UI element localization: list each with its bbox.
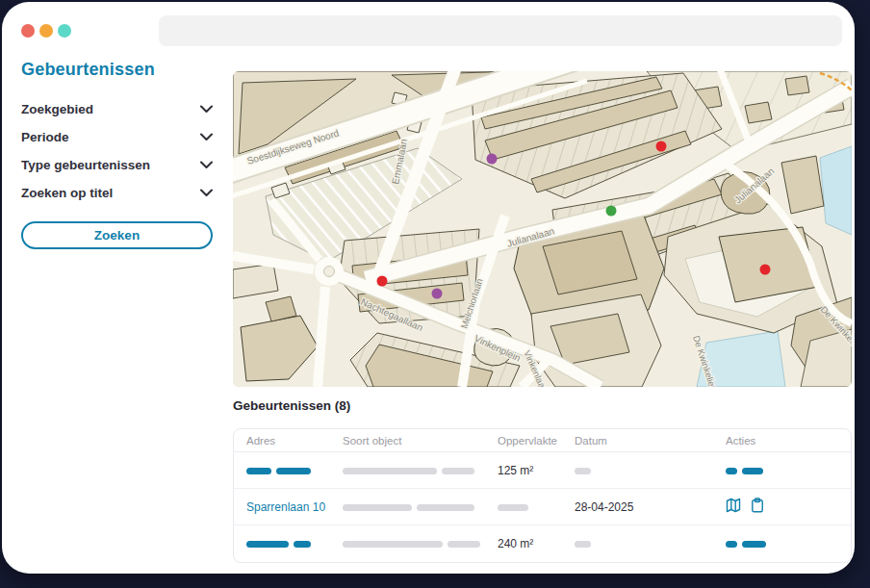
skeleton-pill xyxy=(726,468,737,474)
map-marker[interactable] xyxy=(377,276,388,287)
chevron-down-icon xyxy=(200,189,213,197)
column-header-datum: Datum xyxy=(575,435,726,447)
close-button[interactable] xyxy=(21,24,35,38)
accordion-label: Periode xyxy=(21,130,69,144)
cell-adres xyxy=(246,537,343,550)
table-body: 125 m²Sparrenlaan 1028-04-2025240 m² xyxy=(234,452,851,562)
results-heading: Gebeurtenissen (8) xyxy=(233,398,350,413)
skeleton-pill xyxy=(448,541,480,548)
skeleton-pill xyxy=(726,541,737,548)
cell-acties xyxy=(726,498,851,516)
column-header-soort-object: Soort object xyxy=(343,435,498,447)
chevron-down-icon xyxy=(200,161,213,169)
table-header: Adres Soort object Oppervlakte Datum Act… xyxy=(234,429,851,452)
chevron-down-icon xyxy=(200,133,213,141)
skeleton-pill xyxy=(742,541,766,548)
accordion-periode[interactable]: Periode xyxy=(21,123,213,151)
column-header-acties: Acties xyxy=(726,435,851,447)
results-table: Adres Soort object Oppervlakte Datum Act… xyxy=(233,428,852,563)
accordion-zoeken-op-titel[interactable]: Zoeken op titel xyxy=(21,179,213,207)
cell-acties xyxy=(726,464,851,477)
skeleton-pill xyxy=(246,541,289,548)
cell-soort-object xyxy=(343,500,498,514)
map-canvas: Soestdijkseweg NoordEmmalaanJulianalaanJ… xyxy=(233,71,852,387)
accordion-label: Type gebeurtenissen xyxy=(21,158,150,172)
cell-oppervlakte xyxy=(498,500,575,514)
accordion-label: Zoekgebied xyxy=(21,102,93,116)
search-sidebar: Gebeurtenissen Zoekgebied Periode Type g… xyxy=(21,60,213,249)
skeleton-pill xyxy=(343,504,412,511)
cell-soort-object xyxy=(343,537,498,550)
cell-soort-object xyxy=(343,464,498,477)
address-link[interactable]: Sparrenlaan 10 xyxy=(246,500,325,514)
accordion-type-gebeurtenissen[interactable]: Type gebeurtenissen xyxy=(21,151,213,179)
cell-acties xyxy=(726,537,851,550)
cell-datum xyxy=(575,537,726,550)
cell-adres: Sparrenlaan 10 xyxy=(246,500,343,514)
skeleton-pill xyxy=(575,541,591,548)
zoeken-button[interactable]: Zoeken xyxy=(21,221,213,249)
cell-oppervlakte: 240 m² xyxy=(498,537,575,550)
skeleton-pill xyxy=(246,468,271,474)
map-marker[interactable] xyxy=(760,265,771,275)
skeleton-pill xyxy=(294,541,311,548)
skeleton-pill xyxy=(276,468,311,474)
map-icon[interactable] xyxy=(726,498,741,513)
cell-adres xyxy=(246,464,343,477)
skeleton-pill xyxy=(498,504,528,511)
cell-oppervlakte: 125 m² xyxy=(498,464,575,477)
accordion-zoekgebied[interactable]: Zoekgebied xyxy=(21,95,213,123)
table-row: Sparrenlaan 1028-04-2025 xyxy=(234,489,851,525)
map-marker[interactable] xyxy=(432,289,443,299)
skeleton-pill xyxy=(417,504,474,511)
column-header-adres: Adres xyxy=(246,435,343,447)
skeleton-pill xyxy=(343,468,437,474)
accordion-label: Zoeken op titel xyxy=(21,186,113,200)
map[interactable]: Soestdijkseweg NoordEmmalaanJulianalaanJ… xyxy=(233,71,852,387)
clipboard-icon[interactable] xyxy=(750,498,765,513)
skeleton-pill xyxy=(442,468,474,474)
window-controls xyxy=(21,24,71,38)
skeleton-pill xyxy=(742,468,763,474)
page-title: Gebeurtenissen xyxy=(21,60,213,80)
cell-datum xyxy=(575,464,726,477)
table-row: 125 m² xyxy=(234,452,851,489)
minimize-button[interactable] xyxy=(39,24,53,38)
map-marker[interactable] xyxy=(487,154,498,165)
address-bar[interactable] xyxy=(159,15,842,46)
skeleton-pill xyxy=(343,541,443,548)
column-header-oppervlakte: Oppervlakte xyxy=(498,435,575,447)
table-row: 240 m² xyxy=(234,525,851,562)
browser-window: Gebeurtenissen Zoekgebied Periode Type g… xyxy=(2,2,855,574)
zoom-button[interactable] xyxy=(58,24,71,38)
cell-datum: 28-04-2025 xyxy=(575,500,726,514)
chevron-down-icon xyxy=(200,105,213,114)
map-marker[interactable] xyxy=(606,206,617,217)
skeleton-pill xyxy=(575,468,591,474)
map-marker[interactable] xyxy=(656,141,667,152)
